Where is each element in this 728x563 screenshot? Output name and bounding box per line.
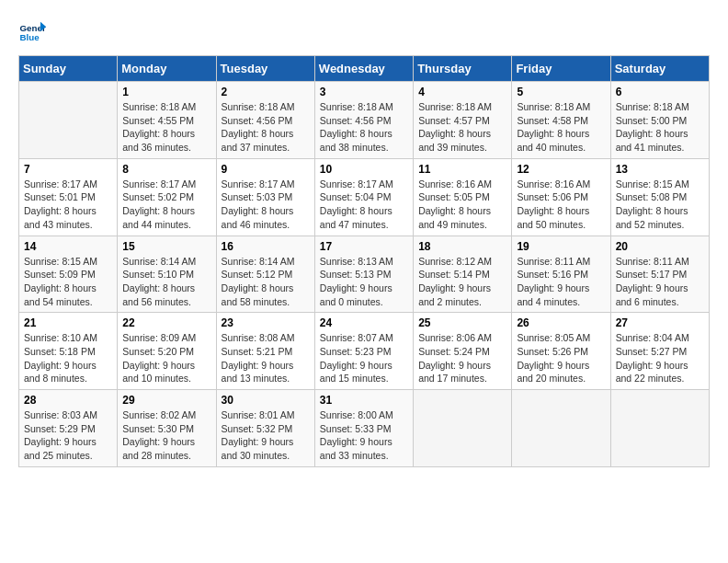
day-number: 31 [320, 394, 408, 407]
day-info: Sunrise: 8:16 AM Sunset: 5:06 PM Dayligh… [517, 178, 605, 232]
calendar-header-row: SundayMondayTuesdayWednesdayThursdayFrid… [19, 56, 710, 82]
day-number: 29 [122, 394, 210, 407]
day-info: Sunrise: 8:09 AM Sunset: 5:20 PM Dayligh… [122, 331, 210, 385]
day-number: 18 [418, 240, 506, 253]
day-info: Sunrise: 8:07 AM Sunset: 5:23 PM Dayligh… [320, 331, 408, 385]
week-row-1: 1Sunrise: 8:18 AM Sunset: 4:55 PM Daylig… [19, 82, 710, 159]
calendar-cell: 12Sunrise: 8:16 AM Sunset: 5:06 PM Dayli… [512, 158, 610, 236]
day-number: 22 [122, 316, 210, 329]
calendar-cell: 25Sunrise: 8:06 AM Sunset: 5:24 PM Dayli… [414, 313, 512, 390]
day-info: Sunrise: 8:15 AM Sunset: 5:09 PM Dayligh… [24, 255, 112, 309]
day-info: Sunrise: 8:11 AM Sunset: 5:17 PM Dayligh… [616, 255, 704, 309]
day-info: Sunrise: 8:10 AM Sunset: 5:18 PM Dayligh… [24, 331, 112, 385]
calendar-cell: 29Sunrise: 8:02 AM Sunset: 5:30 PM Dayli… [118, 390, 216, 467]
header: General Blue [18, 18, 710, 46]
calendar-cell: 26Sunrise: 8:05 AM Sunset: 5:26 PM Dayli… [512, 313, 610, 390]
day-number: 1 [122, 86, 210, 98]
day-info: Sunrise: 8:00 AM Sunset: 5:33 PM Dayligh… [320, 408, 408, 463]
calendar-cell: 28Sunrise: 8:03 AM Sunset: 5:29 PM Dayli… [19, 390, 118, 467]
day-info: Sunrise: 8:17 AM Sunset: 5:03 PM Dayligh… [222, 178, 310, 232]
day-number: 7 [24, 163, 112, 176]
day-number: 15 [122, 240, 210, 253]
day-number: 27 [616, 316, 704, 329]
day-number: 25 [418, 316, 506, 329]
day-info: Sunrise: 8:18 AM Sunset: 4:57 PM Dayligh… [418, 100, 506, 155]
day-number: 12 [517, 163, 605, 176]
day-info: Sunrise: 8:13 AM Sunset: 5:13 PM Dayligh… [320, 255, 408, 309]
calendar-cell: 17Sunrise: 8:13 AM Sunset: 5:13 PM Dayli… [314, 236, 413, 313]
day-number: 6 [616, 86, 704, 98]
day-number: 4 [418, 86, 506, 98]
day-info: Sunrise: 8:02 AM Sunset: 5:30 PM Dayligh… [122, 408, 210, 463]
calendar-cell: 14Sunrise: 8:15 AM Sunset: 5:09 PM Dayli… [19, 236, 118, 313]
day-info: Sunrise: 8:18 AM Sunset: 4:58 PM Dayligh… [517, 100, 605, 155]
day-info: Sunrise: 8:18 AM Sunset: 4:56 PM Dayligh… [222, 100, 310, 155]
calendar-cell: 16Sunrise: 8:14 AM Sunset: 5:12 PM Dayli… [216, 236, 314, 313]
day-number: 3 [320, 86, 408, 98]
calendar-cell: 15Sunrise: 8:14 AM Sunset: 5:10 PM Dayli… [118, 236, 216, 313]
calendar-cell: 10Sunrise: 8:17 AM Sunset: 5:04 PM Dayli… [314, 158, 413, 236]
calendar-cell [19, 82, 118, 159]
day-number: 28 [24, 394, 112, 407]
day-info: Sunrise: 8:17 AM Sunset: 5:04 PM Dayligh… [320, 178, 408, 232]
day-info: Sunrise: 8:04 AM Sunset: 5:27 PM Dayligh… [616, 331, 704, 385]
calendar-cell: 19Sunrise: 8:11 AM Sunset: 5:16 PM Dayli… [512, 236, 610, 313]
day-number: 21 [24, 316, 112, 329]
day-info: Sunrise: 8:17 AM Sunset: 5:01 PM Dayligh… [24, 178, 112, 232]
calendar-cell: 21Sunrise: 8:10 AM Sunset: 5:18 PM Dayli… [19, 313, 118, 390]
svg-text:Blue: Blue [20, 32, 40, 42]
calendar-cell: 23Sunrise: 8:08 AM Sunset: 5:21 PM Dayli… [216, 313, 314, 390]
calendar-cell: 22Sunrise: 8:09 AM Sunset: 5:20 PM Dayli… [118, 313, 216, 390]
day-number: 19 [517, 240, 605, 253]
calendar-cell: 4Sunrise: 8:18 AM Sunset: 4:57 PM Daylig… [414, 82, 512, 159]
day-info: Sunrise: 8:06 AM Sunset: 5:24 PM Dayligh… [418, 331, 506, 385]
day-number: 20 [616, 240, 704, 253]
calendar-cell: 2Sunrise: 8:18 AM Sunset: 4:56 PM Daylig… [216, 82, 314, 159]
day-header-tuesday: Tuesday [216, 56, 314, 82]
calendar-cell: 27Sunrise: 8:04 AM Sunset: 5:27 PM Dayli… [610, 313, 709, 390]
day-number: 10 [320, 163, 408, 176]
week-row-3: 14Sunrise: 8:15 AM Sunset: 5:09 PM Dayli… [19, 236, 710, 313]
day-info: Sunrise: 8:18 AM Sunset: 5:00 PM Dayligh… [616, 100, 704, 155]
calendar-cell: 5Sunrise: 8:18 AM Sunset: 4:58 PM Daylig… [512, 82, 610, 159]
calendar-cell: 7Sunrise: 8:17 AM Sunset: 5:01 PM Daylig… [19, 158, 118, 236]
logo-icon: General Blue [18, 18, 46, 46]
day-header-sunday: Sunday [19, 56, 118, 82]
calendar-cell: 8Sunrise: 8:17 AM Sunset: 5:02 PM Daylig… [118, 158, 216, 236]
day-number: 23 [222, 316, 310, 329]
day-number: 30 [222, 394, 310, 407]
day-number: 13 [616, 163, 704, 176]
calendar-cell: 20Sunrise: 8:11 AM Sunset: 5:17 PM Dayli… [610, 236, 709, 313]
day-number: 11 [418, 163, 506, 176]
day-number: 16 [222, 240, 310, 253]
calendar-cell: 13Sunrise: 8:15 AM Sunset: 5:08 PM Dayli… [610, 158, 709, 236]
day-info: Sunrise: 8:14 AM Sunset: 5:10 PM Dayligh… [122, 255, 210, 309]
day-info: Sunrise: 8:12 AM Sunset: 5:14 PM Dayligh… [418, 255, 506, 309]
calendar-cell: 11Sunrise: 8:16 AM Sunset: 5:05 PM Dayli… [414, 158, 512, 236]
day-info: Sunrise: 8:15 AM Sunset: 5:08 PM Dayligh… [616, 178, 704, 232]
calendar-cell [414, 390, 512, 467]
week-row-4: 21Sunrise: 8:10 AM Sunset: 5:18 PM Dayli… [19, 313, 710, 390]
day-info: Sunrise: 8:01 AM Sunset: 5:32 PM Dayligh… [222, 408, 310, 463]
day-header-saturday: Saturday [610, 56, 709, 82]
calendar-cell: 24Sunrise: 8:07 AM Sunset: 5:23 PM Dayli… [314, 313, 413, 390]
day-header-thursday: Thursday [414, 56, 512, 82]
day-header-monday: Monday [118, 56, 216, 82]
week-row-5: 28Sunrise: 8:03 AM Sunset: 5:29 PM Dayli… [19, 390, 710, 467]
calendar-cell: 31Sunrise: 8:00 AM Sunset: 5:33 PM Dayli… [314, 390, 413, 467]
week-row-2: 7Sunrise: 8:17 AM Sunset: 5:01 PM Daylig… [19, 158, 710, 236]
calendar-cell: 9Sunrise: 8:17 AM Sunset: 5:03 PM Daylig… [216, 158, 314, 236]
calendar-cell: 1Sunrise: 8:18 AM Sunset: 4:55 PM Daylig… [118, 82, 216, 159]
day-info: Sunrise: 8:18 AM Sunset: 4:55 PM Dayligh… [122, 100, 210, 155]
calendar-cell [610, 390, 709, 467]
calendar-cell: 18Sunrise: 8:12 AM Sunset: 5:14 PM Dayli… [414, 236, 512, 313]
day-info: Sunrise: 8:08 AM Sunset: 5:21 PM Dayligh… [222, 331, 310, 385]
day-info: Sunrise: 8:16 AM Sunset: 5:05 PM Dayligh… [418, 178, 506, 232]
calendar-table: SundayMondayTuesdayWednesdayThursdayFrid… [18, 55, 710, 467]
calendar-cell: 3Sunrise: 8:18 AM Sunset: 4:56 PM Daylig… [314, 82, 413, 159]
day-number: 14 [24, 240, 112, 253]
day-info: Sunrise: 8:17 AM Sunset: 5:02 PM Dayligh… [122, 178, 210, 232]
calendar-cell: 6Sunrise: 8:18 AM Sunset: 5:00 PM Daylig… [610, 82, 709, 159]
day-header-friday: Friday [512, 56, 610, 82]
day-number: 17 [320, 240, 408, 253]
